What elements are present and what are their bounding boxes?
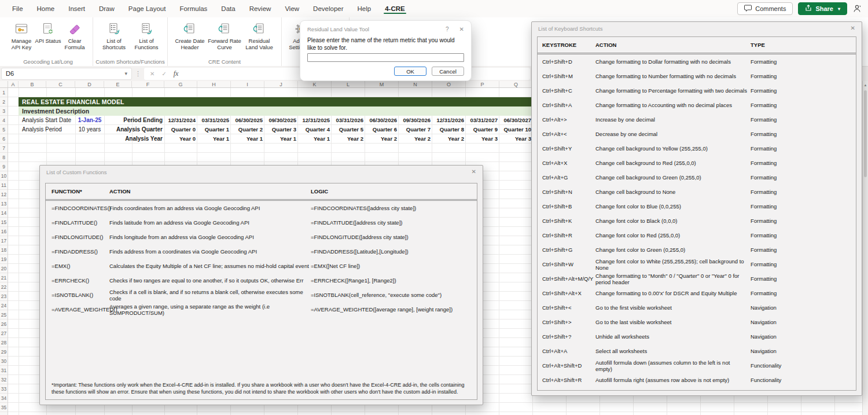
- row-header[interactable]: 8: [0, 153, 8, 162]
- period-date-cell[interactable]: 12/31/2025: [298, 116, 332, 125]
- select-all-corner[interactable]: [0, 81, 8, 87]
- share-button[interactable]: Share ▾: [798, 2, 847, 15]
- insert-function-icon[interactable]: fx: [174, 69, 179, 78]
- close-icon[interactable]: ✕: [472, 169, 476, 175]
- column-header[interactable]: F: [132, 81, 164, 87]
- row-header[interactable]: 34: [0, 394, 8, 403]
- row-header[interactable]: 33: [0, 384, 8, 394]
- ribbon-tab[interactable]: 4-CRE: [378, 2, 411, 16]
- column-header[interactable]: C: [46, 81, 75, 87]
- presence-people-icon[interactable]: [852, 4, 862, 13]
- year-cell[interactable]: Year 1: [197, 134, 231, 144]
- row-header[interactable]: 27: [0, 329, 8, 338]
- row-header[interactable]: 3: [0, 106, 8, 116]
- quarter-cell[interactable]: Quarter 4: [298, 125, 332, 134]
- api-status-button[interactable]: API Status: [35, 20, 61, 44]
- scrollbar-thumb[interactable]: [864, 90, 867, 177]
- period-date-cell[interactable]: 03/31/2026: [332, 116, 365, 125]
- analysis-year-label-cell[interactable]: Analysis Year: [104, 134, 164, 144]
- year-cell[interactable]: Year 2: [432, 134, 466, 144]
- year-cell[interactable]: Year 1: [264, 134, 298, 144]
- help-icon[interactable]: ?: [446, 26, 449, 32]
- row-header[interactable]: 23: [0, 292, 8, 301]
- row-header[interactable]: 29: [0, 347, 8, 357]
- list-of-functions-button[interactable]: List of Functions: [130, 20, 163, 50]
- column-header[interactable]: A: [8, 81, 19, 87]
- period-date-cell[interactable]: 09/30/2026: [399, 116, 432, 125]
- quarter-cell[interactable]: Quarter 1: [197, 125, 231, 134]
- clear-formula-button[interactable]: Clear Formula: [61, 20, 88, 50]
- column-header[interactable]: B: [19, 81, 46, 87]
- column-header[interactable]: L: [332, 81, 365, 87]
- quarter-cell[interactable]: Quarter 7: [399, 125, 432, 134]
- ribbon-tab[interactable]: Data: [215, 2, 241, 16]
- column-header[interactable]: M: [365, 81, 399, 87]
- period-date-cell[interactable]: 09/30/2025: [264, 116, 298, 125]
- row-header[interactable]: 35: [0, 403, 8, 412]
- column-header[interactable]: H: [197, 81, 231, 87]
- scroll-up-arrow[interactable]: ▲: [863, 81, 868, 87]
- ribbon-tab[interactable]: Review: [243, 2, 278, 16]
- residual-land-value-button[interactable]: Residual Land Value: [242, 20, 277, 50]
- period-date-cell[interactable]: 06/30/2025: [231, 116, 264, 125]
- period-date-cell[interactable]: 06/30/2027: [499, 116, 533, 125]
- row-header[interactable]: 5: [0, 125, 8, 134]
- comments-button[interactable]: Comments: [737, 2, 793, 15]
- custom-functions-titlebar[interactable]: List of Custom Functions ✕: [40, 166, 483, 178]
- column-header[interactable]: Q: [499, 81, 533, 87]
- close-icon[interactable]: ✕: [459, 26, 464, 32]
- period-ending-label-cell[interactable]: Period Ending: [104, 116, 164, 125]
- ribbon-tab[interactable]: Draw: [93, 2, 121, 16]
- return-metric-input[interactable]: [307, 53, 464, 62]
- row-header[interactable]: 13: [0, 199, 8, 208]
- year-cell[interactable]: Year 2: [332, 134, 365, 144]
- ribbon-tab[interactable]: File: [6, 2, 30, 16]
- row-header[interactable]: 14: [0, 208, 8, 218]
- row-header[interactable]: 21: [0, 273, 8, 282]
- row-header[interactable]: 7: [0, 144, 8, 153]
- year-cell[interactable]: Year 3: [466, 134, 499, 144]
- row-header[interactable]: 31: [0, 366, 8, 375]
- model-title-cell[interactable]: REAL ESTATE FINANCIAL MODEL: [19, 97, 533, 106]
- year-cell[interactable]: Year 0: [164, 134, 197, 144]
- column-header[interactable]: N: [399, 81, 432, 87]
- row-header[interactable]: 1: [0, 88, 8, 97]
- column-header[interactable]: I: [231, 81, 264, 87]
- quarter-cell[interactable]: Quarter 0: [164, 125, 197, 134]
- quarter-cell[interactable]: Quarter 9: [466, 125, 499, 134]
- quarter-cell[interactable]: Quarter 8: [432, 125, 466, 134]
- row-header[interactable]: 19: [0, 255, 8, 264]
- row-header[interactable]: 17: [0, 236, 8, 245]
- row-header[interactable]: 9: [0, 162, 8, 171]
- create-date-header-button[interactable]: Create Date Header: [172, 20, 207, 50]
- quarter-cell[interactable]: Quarter 3: [264, 125, 298, 134]
- year-cell[interactable]: Year 2: [365, 134, 399, 144]
- year-cell[interactable]: Year 3: [499, 134, 533, 144]
- list-of-shortcuts-button[interactable]: List of Shortcuts: [98, 20, 130, 50]
- column-header[interactable]: J: [264, 81, 298, 87]
- row-header[interactable]: 10: [0, 171, 8, 181]
- vertical-scrollbar[interactable]: ▲: [862, 81, 868, 415]
- chevron-down-icon[interactable]: ▾: [124, 71, 127, 76]
- row-header[interactable]: 25: [0, 310, 8, 319]
- ribbon-tab[interactable]: Formulas: [173, 2, 214, 16]
- analysis-start-date-value-cell[interactable]: 1-Jan-25: [75, 116, 104, 125]
- row-header[interactable]: 26: [0, 319, 8, 329]
- row-header[interactable]: 28: [0, 338, 8, 347]
- row-header[interactable]: 30: [0, 357, 8, 366]
- row-header[interactable]: 32: [0, 375, 8, 384]
- ribbon-tab[interactable]: Help: [351, 2, 378, 16]
- analysis-quarter-label-cell[interactable]: Analysis Quarter: [104, 125, 164, 134]
- cancel-entry-icon[interactable]: ✕: [150, 71, 155, 77]
- row-header[interactable]: 12: [0, 190, 8, 199]
- year-cell[interactable]: Year 1: [298, 134, 332, 144]
- row-header[interactable]: 4: [0, 116, 8, 125]
- column-header[interactable]: O: [432, 81, 466, 87]
- row-header[interactable]: 6: [0, 134, 8, 144]
- forward-rate-curve-button[interactable]: Forward Rate Curve: [207, 20, 242, 50]
- confirm-entry-icon[interactable]: ✓: [161, 71, 166, 77]
- period-date-cell[interactable]: 03/31/2027: [466, 116, 499, 125]
- ribbon-tab[interactable]: Page Layout: [122, 2, 172, 16]
- period-date-cell[interactable]: 12/31/2024: [164, 116, 197, 125]
- row-header[interactable]: 2: [0, 97, 8, 106]
